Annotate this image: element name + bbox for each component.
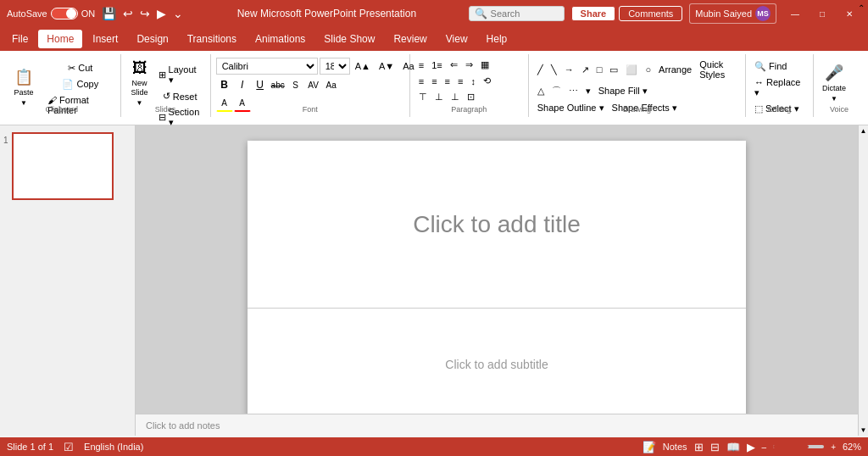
- justify[interactable]: ≡: [454, 75, 466, 88]
- present-icon[interactable]: ▶: [155, 5, 168, 22]
- dictate-button[interactable]: 🎤 Dictate ▼: [819, 58, 849, 108]
- ribbon-collapse[interactable]: ⌃: [858, 3, 865, 13]
- scroll-up[interactable]: ▲: [859, 125, 868, 136]
- right-scrollbar[interactable]: ▲ ▼: [858, 125, 868, 436]
- numbering-button[interactable]: 1≡: [428, 58, 446, 72]
- menu-home[interactable]: Home: [38, 30, 82, 48]
- customize-icon[interactable]: ⌄: [171, 5, 185, 22]
- slide-canvas[interactable]: Click to add title Click to add subtitle: [248, 141, 746, 420]
- search-input[interactable]: [491, 8, 559, 19]
- underline-button[interactable]: U: [252, 76, 269, 93]
- slide-thumbnail-1[interactable]: [12, 132, 114, 200]
- spell-check-icon[interactable]: ☑: [64, 441, 74, 453]
- align-bottom[interactable]: ⊥: [448, 90, 463, 104]
- user-badge[interactable]: Mubin Saiyed MS: [689, 3, 776, 24]
- copy-button[interactable]: 📄 Copy: [44, 77, 117, 92]
- zoom-level[interactable]: 62%: [843, 442, 861, 452]
- zoom-in-icon[interactable]: +: [831, 442, 836, 452]
- menu-slideshow[interactable]: Slide Show: [315, 30, 383, 48]
- line-spacing[interactable]: ↕: [467, 75, 479, 88]
- font-size-decrease[interactable]: A▼: [376, 59, 398, 73]
- notes-icon[interactable]: 📝: [643, 441, 656, 453]
- window-controls: — □ ✕: [783, 5, 861, 22]
- reset-button[interactable]: ↺ Reset: [155, 89, 205, 103]
- text-direction[interactable]: ⟲: [480, 74, 494, 88]
- arrange-button[interactable]: Arrange: [655, 63, 695, 76]
- shape-rect[interactable]: □: [593, 63, 606, 76]
- redo-icon[interactable]: ↪: [138, 5, 152, 22]
- strikethrough-button[interactable]: abc: [270, 76, 287, 93]
- shape-freeform[interactable]: ⋯: [565, 84, 581, 98]
- shape-tri[interactable]: △: [534, 84, 548, 98]
- shape-fill-btn[interactable]: Shape Fill ▾: [595, 84, 651, 98]
- menu-insert[interactable]: Insert: [84, 30, 126, 48]
- char-spacing-button[interactable]: AV: [305, 76, 322, 93]
- shape-line2[interactable]: ╲: [548, 63, 560, 77]
- paste-icon: 📋: [14, 68, 33, 86]
- menu-view[interactable]: View: [437, 30, 476, 48]
- font-size-select[interactable]: 18: [320, 58, 350, 75]
- bold-button[interactable]: B: [216, 76, 233, 93]
- menu-file[interactable]: File: [3, 30, 36, 48]
- save-icon[interactable]: 💾: [100, 5, 118, 22]
- align-middle[interactable]: ⊥: [431, 90, 447, 104]
- shape-curve[interactable]: ⌒: [548, 83, 565, 99]
- slide-sorter-icon[interactable]: ⊟: [710, 441, 720, 453]
- comments-button[interactable]: Comments: [619, 6, 682, 21]
- undo-icon[interactable]: ↩: [121, 5, 135, 22]
- shadow-button[interactable]: S: [287, 76, 304, 93]
- shape-rect3[interactable]: ⬜: [622, 63, 641, 77]
- change-case-button[interactable]: Aa: [323, 76, 340, 93]
- scroll-down[interactable]: ▼: [859, 425, 868, 436]
- menu-transitions[interactable]: Transitions: [179, 30, 245, 48]
- slide-view-icon[interactable]: ⊞: [694, 441, 704, 453]
- slides-label: Slides: [121, 105, 210, 115]
- autosave-toggle[interactable]: [51, 8, 78, 19]
- window-title: New Microsoft PowerPoint Presentation: [237, 8, 416, 19]
- indent-increase[interactable]: ⇒: [462, 58, 476, 72]
- menu-animations[interactable]: Animations: [247, 30, 314, 48]
- notes-label[interactable]: Notes: [663, 442, 687, 452]
- new-slide-button[interactable]: 🖼 NewSlide ▼: [126, 58, 153, 108]
- shape-line[interactable]: ╱: [534, 63, 547, 77]
- maximize-button[interactable]: □: [810, 5, 834, 22]
- present-view-icon[interactable]: ▶: [747, 441, 755, 453]
- share-button[interactable]: Share: [571, 6, 616, 21]
- autosave-area[interactable]: AutoSave ON: [7, 8, 95, 19]
- indent-decrease[interactable]: ⇐: [447, 58, 461, 72]
- italic-button[interactable]: I: [234, 76, 251, 93]
- shape-arrow2[interactable]: ↗: [578, 63, 593, 77]
- menu-help[interactable]: Help: [478, 30, 516, 48]
- quick-styles-button[interactable]: Quick Styles: [696, 58, 740, 81]
- smart-art[interactable]: ⊡: [464, 90, 478, 104]
- menu-review[interactable]: Review: [385, 30, 435, 48]
- cut-button[interactable]: ✂ Cut: [44, 61, 117, 75]
- shape-more[interactable]: ▾: [582, 84, 594, 98]
- title-placeholder[interactable]: Click to add title: [248, 141, 746, 309]
- font-size-increase[interactable]: A▲: [352, 59, 374, 73]
- zoom-slider[interactable]: [773, 445, 824, 448]
- find-button[interactable]: 🔍 Find: [751, 59, 790, 74]
- drawing-label: Drawing: [529, 105, 745, 115]
- shape-arrow1[interactable]: →: [561, 63, 577, 76]
- align-left[interactable]: ≡: [415, 75, 427, 88]
- subtitle-placeholder[interactable]: Click to add subtitle: [248, 309, 746, 420]
- bullets-button[interactable]: ≡: [415, 58, 427, 72]
- minimize-button[interactable]: —: [783, 5, 807, 22]
- align-top[interactable]: ⊤: [415, 90, 431, 104]
- align-center[interactable]: ≡: [428, 75, 440, 88]
- zoom-fill: [773, 445, 809, 448]
- notes-area[interactable]: Click to add notes: [136, 414, 858, 436]
- shape-circle[interactable]: ○: [642, 63, 654, 76]
- columns-button[interactable]: ▦: [477, 58, 492, 72]
- zoom-out-icon[interactable]: –: [762, 442, 767, 452]
- layout-button[interactable]: ⊞ Layout ▾: [155, 63, 205, 87]
- menu-design[interactable]: Design: [128, 30, 176, 48]
- font-name-select[interactable]: Calibri: [216, 58, 318, 75]
- reading-view-icon[interactable]: 📖: [726, 441, 740, 453]
- search-box[interactable]: 🔍: [469, 6, 565, 21]
- language[interactable]: English (India): [84, 442, 143, 452]
- replace-button[interactable]: ↔ Replace ▾: [751, 75, 808, 100]
- align-right[interactable]: ≡: [442, 75, 453, 88]
- shape-rect2[interactable]: ▭: [606, 63, 621, 77]
